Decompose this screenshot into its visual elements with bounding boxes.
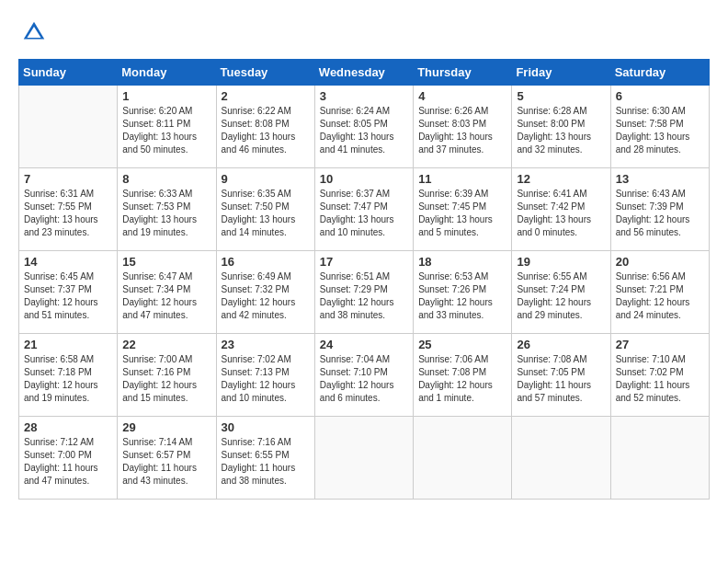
day-info: Sunrise: 6:37 AMSunset: 7:47 PMDaylight:… — [320, 188, 408, 239]
calendar-cell — [314, 417, 413, 500]
day-info: Sunrise: 6:45 AMSunset: 7:37 PMDaylight:… — [24, 270, 112, 322]
day-number: 6 — [616, 89, 704, 103]
day-number: 20 — [616, 255, 704, 269]
day-number: 13 — [616, 172, 704, 186]
calendar-cell: 5Sunrise: 6:28 AMSunset: 8:00 PMDaylight… — [512, 86, 610, 168]
calendar-cell: 6Sunrise: 6:30 AMSunset: 7:58 PMDaylight… — [610, 86, 709, 168]
day-info: Sunrise: 6:30 AMSunset: 7:58 PMDaylight:… — [616, 105, 704, 156]
calendar-cell: 29Sunrise: 7:14 AMSunset: 6:57 PMDayligh… — [118, 417, 216, 500]
calendar-cell: 30Sunrise: 7:16 AMSunset: 6:55 PMDayligh… — [216, 417, 314, 500]
day-info: Sunrise: 6:24 AMSunset: 8:05 PMDaylight:… — [320, 105, 408, 156]
calendar-cell: 16Sunrise: 6:49 AMSunset: 7:32 PMDayligh… — [216, 251, 314, 334]
day-info: Sunrise: 6:39 AMSunset: 7:45 PMDaylight:… — [418, 188, 506, 239]
calendar-cell: 15Sunrise: 6:47 AMSunset: 7:34 PMDayligh… — [118, 251, 216, 334]
calendar-cell: 28Sunrise: 7:12 AMSunset: 7:00 PMDayligh… — [19, 417, 118, 500]
day-number: 16 — [222, 255, 310, 269]
day-info: Sunrise: 7:12 AMSunset: 7:00 PMDaylight:… — [24, 436, 112, 488]
calendar-cell: 9Sunrise: 6:35 AMSunset: 7:50 PMDaylight… — [216, 168, 314, 251]
day-number: 25 — [418, 338, 506, 351]
day-of-week-header: Monday — [118, 60, 216, 86]
day-info: Sunrise: 6:31 AMSunset: 7:55 PMDaylight:… — [24, 188, 112, 239]
day-info: Sunrise: 6:41 AMSunset: 7:42 PMDaylight:… — [517, 188, 605, 239]
day-number: 8 — [122, 172, 210, 186]
day-number: 10 — [320, 172, 408, 186]
day-of-week-header: Sunday — [19, 60, 118, 86]
day-number: 21 — [24, 338, 112, 351]
day-number: 3 — [320, 89, 408, 103]
day-info: Sunrise: 7:04 AMSunset: 7:10 PMDaylight:… — [320, 353, 408, 405]
week-row: 28Sunrise: 7:12 AMSunset: 7:00 PMDayligh… — [19, 417, 710, 500]
day-number: 17 — [320, 255, 408, 269]
day-info: Sunrise: 6:49 AMSunset: 7:32 PMDaylight:… — [222, 270, 310, 322]
calendar-cell: 7Sunrise: 6:31 AMSunset: 7:55 PMDaylight… — [19, 168, 118, 251]
logo — [18, 18, 48, 50]
day-number: 30 — [222, 420, 310, 434]
calendar-cell: 21Sunrise: 6:58 AMSunset: 7:18 PMDayligh… — [19, 334, 118, 417]
day-info: Sunrise: 6:51 AMSunset: 7:29 PMDaylight:… — [320, 270, 408, 322]
day-number: 4 — [418, 89, 506, 103]
day-info: Sunrise: 6:22 AMSunset: 8:08 PMDaylight:… — [222, 105, 310, 156]
day-number: 12 — [517, 172, 605, 186]
day-number: 27 — [616, 338, 704, 351]
days-of-week-row: SundayMondayTuesdayWednesdayThursdayFrid… — [19, 60, 710, 86]
calendar-cell: 1Sunrise: 6:20 AMSunset: 8:11 PMDaylight… — [118, 86, 216, 168]
calendar-cell: 2Sunrise: 6:22 AMSunset: 8:08 PMDaylight… — [216, 86, 314, 168]
calendar-cell: 14Sunrise: 6:45 AMSunset: 7:37 PMDayligh… — [19, 251, 118, 334]
calendar-cell: 25Sunrise: 7:06 AMSunset: 7:08 PMDayligh… — [414, 334, 512, 417]
day-info: Sunrise: 7:02 AMSunset: 7:13 PMDaylight:… — [222, 353, 310, 405]
day-info: Sunrise: 6:56 AMSunset: 7:21 PMDaylight:… — [616, 270, 704, 322]
day-number: 26 — [517, 338, 605, 351]
calendar-cell — [19, 86, 118, 168]
calendar-cell: 17Sunrise: 6:51 AMSunset: 7:29 PMDayligh… — [314, 251, 413, 334]
calendar-cell — [414, 417, 512, 500]
day-number: 2 — [222, 89, 310, 103]
calendar-cell: 4Sunrise: 6:26 AMSunset: 8:03 PMDaylight… — [414, 86, 512, 168]
day-info: Sunrise: 6:26 AMSunset: 8:03 PMDaylight:… — [418, 105, 506, 156]
day-info: Sunrise: 7:16 AMSunset: 6:55 PMDaylight:… — [222, 436, 310, 488]
calendar-cell: 12Sunrise: 6:41 AMSunset: 7:42 PMDayligh… — [512, 168, 610, 251]
day-number: 23 — [222, 338, 310, 351]
calendar-cell: 26Sunrise: 7:08 AMSunset: 7:05 PMDayligh… — [512, 334, 610, 417]
day-info: Sunrise: 7:06 AMSunset: 7:08 PMDaylight:… — [418, 353, 506, 405]
day-of-week-header: Tuesday — [216, 60, 314, 86]
calendar-cell: 24Sunrise: 7:04 AMSunset: 7:10 PMDayligh… — [314, 334, 413, 417]
calendar-cell: 3Sunrise: 6:24 AMSunset: 8:05 PMDaylight… — [314, 86, 413, 168]
day-info: Sunrise: 6:58 AMSunset: 7:18 PMDaylight:… — [24, 353, 112, 405]
week-row: 1Sunrise: 6:20 AMSunset: 8:11 PMDaylight… — [19, 86, 710, 168]
calendar-cell: 10Sunrise: 6:37 AMSunset: 7:47 PMDayligh… — [314, 168, 413, 251]
day-number: 14 — [24, 255, 112, 269]
day-info: Sunrise: 6:55 AMSunset: 7:24 PMDaylight:… — [517, 270, 605, 322]
day-number: 22 — [122, 338, 210, 351]
day-number: 1 — [122, 89, 210, 103]
day-of-week-header: Saturday — [610, 60, 709, 86]
day-number: 19 — [517, 255, 605, 269]
calendar-cell: 19Sunrise: 6:55 AMSunset: 7:24 PMDayligh… — [512, 251, 610, 334]
day-info: Sunrise: 6:33 AMSunset: 7:53 PMDaylight:… — [122, 188, 210, 239]
day-of-week-header: Friday — [512, 60, 610, 86]
calendar-cell — [610, 417, 709, 500]
day-info: Sunrise: 7:08 AMSunset: 7:05 PMDaylight:… — [517, 353, 605, 405]
logo-icon — [20, 18, 48, 46]
week-row: 14Sunrise: 6:45 AMSunset: 7:37 PMDayligh… — [19, 251, 710, 334]
calendar-cell: 23Sunrise: 7:02 AMSunset: 7:13 PMDayligh… — [216, 334, 314, 417]
day-number: 11 — [418, 172, 506, 186]
calendar-cell: 22Sunrise: 7:00 AMSunset: 7:16 PMDayligh… — [118, 334, 216, 417]
day-info: Sunrise: 6:47 AMSunset: 7:34 PMDaylight:… — [122, 270, 210, 322]
day-info: Sunrise: 7:14 AMSunset: 6:57 PMDaylight:… — [122, 436, 210, 488]
day-number: 5 — [517, 89, 605, 103]
day-info: Sunrise: 6:28 AMSunset: 8:00 PMDaylight:… — [517, 105, 605, 156]
day-info: Sunrise: 7:00 AMSunset: 7:16 PMDaylight:… — [122, 353, 210, 405]
calendar-cell: 11Sunrise: 6:39 AMSunset: 7:45 PMDayligh… — [414, 168, 512, 251]
day-info: Sunrise: 7:10 AMSunset: 7:02 PMDaylight:… — [616, 353, 704, 405]
calendar-cell: 8Sunrise: 6:33 AMSunset: 7:53 PMDaylight… — [118, 168, 216, 251]
day-info: Sunrise: 6:53 AMSunset: 7:26 PMDaylight:… — [418, 270, 506, 322]
day-info: Sunrise: 6:35 AMSunset: 7:50 PMDaylight:… — [222, 188, 310, 239]
calendar-cell: 18Sunrise: 6:53 AMSunset: 7:26 PMDayligh… — [414, 251, 512, 334]
day-number: 15 — [122, 255, 210, 269]
calendar-cell: 27Sunrise: 7:10 AMSunset: 7:02 PMDayligh… — [610, 334, 709, 417]
day-of-week-header: Wednesday — [314, 60, 413, 86]
day-number: 7 — [24, 172, 112, 186]
day-of-week-header: Thursday — [414, 60, 512, 86]
page-header — [18, 18, 710, 50]
day-info: Sunrise: 6:43 AMSunset: 7:39 PMDaylight:… — [616, 188, 704, 239]
